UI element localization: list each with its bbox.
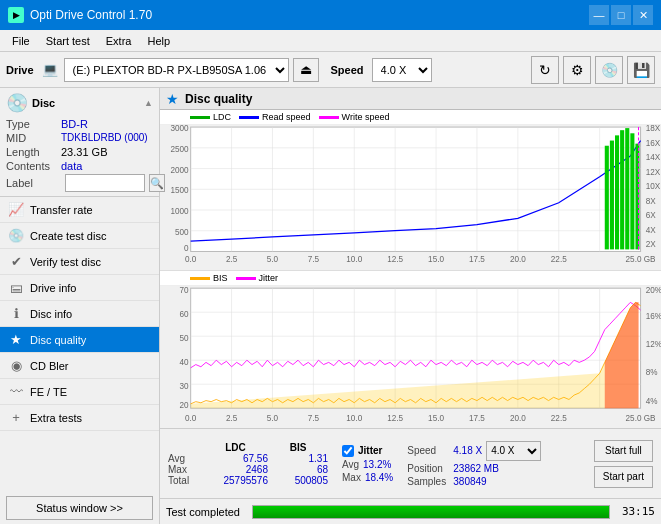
menu-help[interactable]: Help bbox=[139, 33, 178, 49]
disc-expand-icon[interactable]: ▲ bbox=[144, 98, 153, 108]
disc-info-icon: ℹ bbox=[8, 306, 24, 321]
legend-write-speed: Write speed bbox=[319, 112, 390, 122]
disc-mid-label: MID bbox=[6, 132, 61, 144]
status-window-button[interactable]: Status window >> bbox=[6, 496, 153, 520]
jitter-checkbox[interactable] bbox=[342, 445, 354, 457]
transfer-rate-icon: 📈 bbox=[8, 202, 24, 217]
speed-select[interactable]: 4.0 X bbox=[372, 58, 432, 82]
svg-text:20.0: 20.0 bbox=[510, 255, 526, 264]
bottom-chart-legend: BIS Jitter bbox=[160, 271, 661, 286]
charts-area: LDC Read speed Write speed bbox=[160, 110, 661, 498]
read-speed-legend-dot bbox=[239, 116, 259, 119]
samples-label: Samples bbox=[407, 476, 449, 487]
svg-text:7.5: 7.5 bbox=[308, 413, 320, 423]
sidebar-item-cd-bler-label: CD Bler bbox=[30, 360, 69, 372]
sidebar-item-drive-info[interactable]: 🖴 Drive info bbox=[0, 275, 159, 301]
sidebar-item-cd-bler[interactable]: ◉ CD Bler bbox=[0, 353, 159, 379]
disc-button[interactable]: 💿 bbox=[595, 56, 623, 84]
svg-text:10.0: 10.0 bbox=[346, 413, 362, 423]
disc-length-value: 23.31 GB bbox=[61, 146, 107, 158]
disc-contents-label: Contents bbox=[6, 160, 61, 172]
drive-select[interactable]: (E:) PLEXTOR BD-R PX-LB950SA 1.06 bbox=[64, 58, 289, 82]
sidebar-item-verify-test-disc[interactable]: ✔ Verify test disc bbox=[0, 249, 159, 275]
close-button[interactable]: ✕ bbox=[633, 5, 653, 25]
sidebar-item-disc-quality[interactable]: ★ Disc quality bbox=[0, 327, 159, 353]
jitter-max-row: Max 18.4% bbox=[342, 472, 393, 483]
svg-text:17.5: 17.5 bbox=[469, 413, 485, 423]
verify-test-disc-icon: ✔ bbox=[8, 254, 24, 269]
disc-header-title: Disc bbox=[32, 97, 55, 109]
svg-text:4%: 4% bbox=[646, 396, 658, 406]
svg-text:2.5: 2.5 bbox=[226, 413, 238, 423]
svg-text:18X: 18X bbox=[646, 125, 661, 133]
svg-text:5.0: 5.0 bbox=[267, 255, 279, 264]
main-layout: 💿 Disc ▲ Type BD-R MID TDKBLDRBD (000) L… bbox=[0, 88, 661, 524]
titlebar-title: Opti Drive Control 1.70 bbox=[30, 8, 152, 22]
top-chart: 3000 2500 2000 1500 1000 500 0 18X 16X 1… bbox=[160, 125, 661, 271]
jitter-avg-label: Avg bbox=[342, 459, 359, 470]
menu-file[interactable]: File bbox=[4, 33, 38, 49]
sidebar-item-disc-quality-label: Disc quality bbox=[30, 334, 86, 346]
svg-rect-16 bbox=[605, 146, 609, 250]
menu-extra[interactable]: Extra bbox=[98, 33, 140, 49]
disc-type-value: BD-R bbox=[61, 118, 88, 130]
stats-max-row: Max 2468 68 bbox=[168, 464, 328, 475]
disc-label-input[interactable] bbox=[65, 174, 145, 192]
sidebar-item-create-test-disc[interactable]: 💿 Create test disc bbox=[0, 223, 159, 249]
svg-text:15.0: 15.0 bbox=[428, 255, 444, 264]
jitter-legend-dot bbox=[236, 277, 256, 280]
svg-text:22.5: 22.5 bbox=[551, 255, 567, 264]
svg-text:2X: 2X bbox=[646, 240, 656, 249]
svg-text:17.5: 17.5 bbox=[469, 255, 485, 264]
refresh-button[interactable]: ↻ bbox=[531, 56, 559, 84]
speed-row: Speed 4.18 X 4.0 X bbox=[407, 441, 541, 461]
sidebar-item-disc-info[interactable]: ℹ Disc info bbox=[0, 301, 159, 327]
time-display: 33:15 bbox=[622, 505, 655, 518]
config-button[interactable]: ⚙ bbox=[563, 56, 591, 84]
start-buttons: Start full Start part bbox=[594, 440, 653, 488]
stats-total-bis: 500805 bbox=[268, 475, 328, 486]
status-text: Test completed bbox=[166, 506, 240, 518]
start-part-button[interactable]: Start part bbox=[594, 466, 653, 488]
svg-text:500: 500 bbox=[175, 228, 189, 237]
svg-text:10X: 10X bbox=[646, 182, 661, 191]
stats-avg-row: Avg 67.56 1.31 bbox=[168, 453, 328, 464]
progress-bar-container bbox=[252, 505, 610, 519]
stats-total-row: Total 25795576 500805 bbox=[168, 475, 328, 486]
sidebar-item-fe-te[interactable]: 〰 FE / TE bbox=[0, 379, 159, 405]
disc-type-row: Type BD-R bbox=[6, 118, 153, 130]
svg-text:10.0: 10.0 bbox=[346, 255, 362, 264]
svg-text:2000: 2000 bbox=[170, 166, 189, 175]
stats-row: LDC BIS Avg 67.56 1.31 Max 2468 bbox=[160, 428, 661, 498]
stats-avg-bis: 1.31 bbox=[268, 453, 328, 464]
extra-tests-icon: + bbox=[8, 410, 24, 425]
position-label: Position bbox=[407, 463, 449, 474]
save-button[interactable]: 💾 bbox=[627, 56, 655, 84]
svg-text:20.0: 20.0 bbox=[510, 413, 526, 423]
top-chart-legend: LDC Read speed Write speed bbox=[160, 110, 661, 125]
legend-read-speed: Read speed bbox=[239, 112, 311, 122]
minimize-button[interactable]: — bbox=[589, 5, 609, 25]
sidebar-item-transfer-rate[interactable]: 📈 Transfer rate bbox=[0, 197, 159, 223]
stats-bis-header: BIS bbox=[268, 442, 328, 453]
ldc-legend-label: LDC bbox=[213, 112, 231, 122]
disc-quality-title: Disc quality bbox=[185, 92, 252, 106]
svg-text:16X: 16X bbox=[646, 139, 661, 148]
sidebar-item-extra-tests[interactable]: + Extra tests bbox=[0, 405, 159, 431]
sidebar-item-disc-info-label: Disc info bbox=[30, 308, 72, 320]
cd-bler-icon: ◉ bbox=[8, 358, 24, 373]
start-full-button[interactable]: Start full bbox=[594, 440, 653, 462]
menu-start-test[interactable]: Start test bbox=[38, 33, 98, 49]
maximize-button[interactable]: □ bbox=[611, 5, 631, 25]
eject-button[interactable]: ⏏ bbox=[293, 58, 319, 82]
svg-text:40: 40 bbox=[180, 356, 189, 366]
stats-avg-label: Avg bbox=[168, 453, 203, 464]
svg-text:20%: 20% bbox=[646, 286, 661, 295]
sidebar-item-extra-tests-label: Extra tests bbox=[30, 412, 82, 424]
speed-section: Speed 4.18 X 4.0 X Position 23862 MB Sam… bbox=[407, 441, 541, 487]
speed-label: Speed bbox=[331, 64, 364, 76]
svg-rect-17 bbox=[610, 141, 614, 250]
svg-text:60: 60 bbox=[180, 308, 189, 318]
speed-select[interactable]: 4.0 X bbox=[486, 441, 541, 461]
svg-text:12X: 12X bbox=[646, 168, 661, 177]
